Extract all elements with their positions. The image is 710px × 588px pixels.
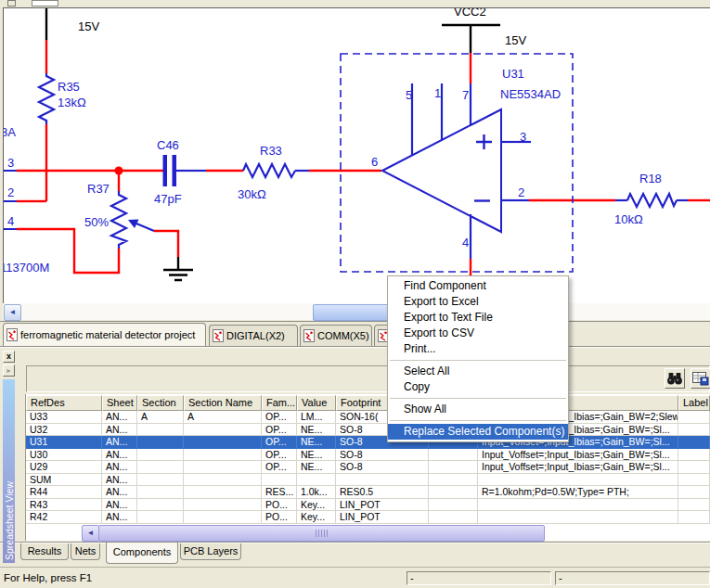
table-cell[interactable] [137,499,184,512]
table-row[interactable]: U33AN...AAOP...LM...SON-16(Input_Voffset… [26,411,710,424]
table-cell[interactable]: NE... [297,449,336,462]
table-cell[interactable]: OP... [262,436,297,449]
table-cell[interactable]: U30 [26,449,102,462]
table-cell[interactable]: R43 [26,499,102,512]
table-cell[interactable] [137,486,184,499]
menu-item-export-to-text-file[interactable]: Export to Text File [388,310,568,326]
table-cell[interactable] [429,449,478,462]
menu-item-show-all[interactable]: Show All [388,402,568,417]
table-row[interactable]: R42AN...PO...Key...LIN_POT [26,511,710,524]
table-cell[interactable]: Key... [297,499,336,512]
r37-wiper[interactable] [136,224,154,231]
table-cell[interactable]: AN... [102,499,137,512]
table-cell[interactable]: OP... [262,411,297,424]
sheet-tab-digital[interactable]: DIGITAL(X2) [209,325,298,346]
table-cell[interactable]: 1.0k... [297,486,336,499]
table-row[interactable]: U29AN...OP...NE...SO-8Input_Voffset=;Inp… [26,461,710,474]
table-cell[interactable] [478,499,678,512]
column-header-value[interactable]: Value [297,395,336,411]
table-cell[interactable]: AN... [102,449,137,462]
table-cell[interactable] [336,474,429,487]
column-header-sheet[interactable]: Sheet [102,395,137,411]
tab-results[interactable]: Results [20,543,69,560]
table-cell[interactable]: RES... [262,486,297,499]
c46-plate-right[interactable] [173,155,177,186]
close-panel-button[interactable]: x [3,351,15,363]
column-header-family[interactable]: Fam... [262,395,297,411]
table-cell[interactable] [137,511,184,524]
table-cell[interactable]: SUM [26,474,102,487]
table-cell[interactable] [429,511,478,524]
table-cell[interactable]: AN... [102,411,137,424]
column-header-refdes[interactable]: RefDes [26,395,102,411]
r37-potentiometer[interactable] [111,191,126,249]
table-cell[interactable]: NE... [297,424,336,437]
table-cell[interactable] [184,424,262,437]
table-cell[interactable] [429,486,478,499]
c46-plate-left[interactable] [163,155,168,186]
table-cell[interactable]: OP... [262,461,297,474]
table-cell[interactable] [137,449,184,462]
table-cell[interactable]: R44 [26,486,102,499]
table-cell[interactable] [678,436,710,449]
table-cell[interactable]: AN... [102,424,137,437]
table-cell[interactable]: AN... [102,474,137,487]
tab-components[interactable]: Components [106,543,178,564]
tab-pcb-layers[interactable]: PCB Layers [180,543,241,560]
table-cell[interactable]: AN... [102,436,137,449]
table-cell[interactable]: OP... [262,449,297,462]
ground-icon[interactable] [163,270,193,280]
column-header-label[interactable]: Label [678,395,710,411]
table-cell[interactable] [184,436,262,449]
sheet-tab-comm[interactable]: COMM(X5) [300,325,372,346]
table-scroll-left-button[interactable]: ◄ [82,525,99,542]
table-cell[interactable]: SO-8 [336,449,429,462]
red-wires[interactable] [17,40,710,276]
table-cell[interactable] [478,474,678,487]
table-cell[interactable] [429,499,478,512]
sheet-tab-project[interactable]: ferromagnetic material detector project [3,323,206,346]
table-cell[interactable] [678,474,710,487]
table-row[interactable]: U30AN...OP...NE...SO-8Input_Voffset=;Inp… [26,449,710,462]
table-cell[interactable]: AN... [102,511,137,524]
table-cell[interactable]: AN... [102,461,137,474]
table-cell[interactable]: NE... [297,461,336,474]
table-cell[interactable]: Key... [297,511,336,524]
table-cell[interactable] [429,474,478,487]
table-cell[interactable] [678,499,710,512]
table-cell[interactable]: OP... [262,424,297,437]
spreadsheet-view-titlebar[interactable]: Spreadsheet View [3,379,15,563]
tab-nets[interactable]: Nets [71,543,100,560]
column-header-section[interactable]: Section [137,395,184,411]
table-cell[interactable] [429,461,478,474]
table-cell[interactable] [478,511,678,524]
table-cell[interactable]: R=1.0kohm;Pd=0.5W;Type= PTH; [478,486,678,499]
menu-item-print[interactable]: Print... [388,341,568,357]
table-cell[interactable] [184,486,262,499]
table-cell[interactable] [678,461,710,474]
table-cell[interactable] [137,424,184,437]
scroll-left-button[interactable]: ◄ [4,304,21,321]
table-cell[interactable] [137,436,184,449]
table-cell[interactable]: U32 [26,424,102,437]
table-row[interactable]: R43AN...PO...Key...LIN_POT [26,499,710,512]
find-button[interactable] [665,368,685,389]
table-cell[interactable]: LIN_POT [336,511,429,524]
schematic-canvas[interactable]: 15V R35 13kΩ 3A 3 2 4 113700M R37 50% C4… [3,7,710,303]
table-cell[interactable] [137,474,184,487]
table-cell[interactable]: PO... [262,499,297,512]
r33-resistor[interactable] [243,164,295,177]
table-cell[interactable]: Input_Voffset=;Input_Ibias=;Gain_BW=;Sl.… [478,449,678,462]
table-cell[interactable]: AN... [102,486,137,499]
table-row[interactable]: U31AN...OP...NE...SO-8Input_Voffset=;Inp… [26,436,710,449]
table-cell[interactable]: LIN_POT [336,499,429,512]
menu-item-replace-selected-components[interactable]: Replace Selected Component(s) [388,424,568,440]
table-cell[interactable] [137,461,184,474]
table-cell[interactable]: RES0.5 [336,486,429,499]
table-cell[interactable]: LM... [297,411,336,424]
table-cell[interactable] [297,474,336,487]
table-cell[interactable]: A [184,411,262,424]
r35-resistor[interactable] [39,73,54,124]
table-row[interactable]: R44AN...RES...1.0k...RES0.5R=1.0kohm;Pd=… [26,486,710,499]
menu-item-export-to-excel[interactable]: Export to Excel [388,294,568,310]
